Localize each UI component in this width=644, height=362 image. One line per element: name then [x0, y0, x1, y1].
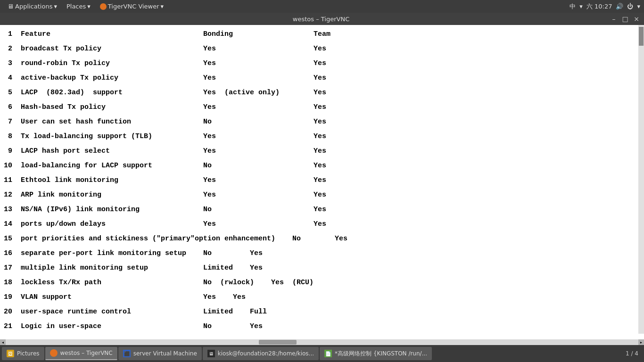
terminal-line-17: 17 multiple link monitoring setup Limite…	[4, 261, 635, 275]
taskbar-label-westos-vnc: westos – TigerVNC	[60, 350, 113, 356]
terminal-line-20: 20 user-space runtime control Limited Fu…	[4, 304, 635, 319]
h-scrollbar-thumb[interactable]	[259, 340, 297, 345]
taskbar-page: 1 / 4	[626, 350, 642, 357]
taskbar-item-server-vm[interactable]: ⬛ server Virtual Machine	[118, 347, 202, 360]
taskbar-item-editor[interactable]: 📄 *高级网络控制 {KINGSTON /run/...	[320, 347, 432, 360]
terminal-line-5: 5 LACP (802.3ad) support Yes (active onl…	[4, 85, 635, 100]
main-window: westos – TigerVNC – □ × 1 Feature Bondin…	[0, 13, 644, 345]
terminal-line-10: 10 load-balancing for LACP support No Ye…	[4, 158, 635, 173]
vnc-arrow: ▾	[161, 3, 164, 10]
language-indicator[interactable]: 中	[570, 2, 576, 11]
scroll-right-button[interactable]: ▸	[638, 339, 644, 345]
terminal-line-14: 14 ports up/down delays Yes Yes	[4, 217, 635, 231]
terminal-line-1: 1 Feature Bonding Team	[4, 27, 635, 41]
places-label: Places	[66, 3, 86, 10]
taskbar-label-server-vm: server Virtual Machine	[133, 350, 197, 357]
taskbar-item-kiosk[interactable]: 🖥 kiosk@foundation28:/home/kios...	[203, 347, 319, 360]
vnc-label: TigerVNC Viewer	[108, 3, 159, 10]
terminal-line-11: 11 Ethtool link monitoring Yes Yes	[4, 173, 635, 188]
pictures-icon: 🖼	[7, 350, 14, 357]
top-bar-right: 中 ▾ 六 10:27 🔊 ⏻ ▾	[570, 2, 640, 11]
taskbar-item-pictures[interactable]: 🖼 Pictures	[2, 347, 44, 360]
terminal-line-19: 19 VLAN support Yes Yes	[4, 290, 635, 304]
terminal-content: 1 Feature Bonding Team 2 broadcast Tx po…	[0, 25, 638, 339]
terminal-line-9: 9 LACP hash port select Yes Yes	[4, 144, 635, 158]
horizontal-scrollbar[interactable]: ◂ ▸	[0, 339, 644, 345]
top-system-bar: 🖥 Applications ▾ Places ▾ TigerVNC Viewe…	[0, 0, 644, 13]
h-scrollbar-track[interactable]	[6, 339, 638, 345]
power-icon[interactable]: ⏻	[627, 3, 633, 10]
maximize-button[interactable]: □	[621, 15, 629, 23]
terminal-line-12: 12 ARP link monitoring Yes Yes	[4, 188, 635, 202]
places-menu[interactable]: Places ▾	[63, 2, 94, 11]
editor-icon: 📄	[324, 350, 332, 357]
window-title: westos – TigerVNC	[32, 16, 610, 23]
terminal-line-16: 16 separate per-port link monitoring set…	[4, 246, 635, 261]
westos-vnc-icon	[50, 349, 58, 357]
server-vm-icon: ⬛	[123, 350, 131, 357]
applications-label: Applications	[15, 3, 52, 10]
taskbar-label-pictures: Pictures	[17, 350, 40, 357]
terminal-line-21: 21 Logic in user-space No Yes	[4, 319, 635, 334]
scrollbar-thumb[interactable]	[639, 27, 644, 46]
terminal-line-6: 6 Hash-based Tx policy Yes Yes	[4, 100, 635, 115]
terminal-line-4: 4 active-backup Tx policy Yes Yes	[4, 71, 635, 85]
applications-arrow: ▾	[54, 3, 57, 10]
window-title-bar: westos – TigerVNC – □ ×	[0, 13, 644, 25]
lang-arrow: ▾	[579, 3, 583, 10]
kiosk-icon: 🖥	[207, 350, 215, 357]
terminal-line-13: 13 NS/NA (IPv6) link monitoring No Yes	[4, 202, 635, 217]
volume-icon[interactable]: 🔊	[616, 3, 623, 10]
power-arrow: ▾	[637, 3, 640, 10]
minimize-button[interactable]: –	[610, 15, 618, 23]
top-bar-left: 🖥 Applications ▾ Places ▾ TigerVNC Viewe…	[4, 2, 167, 11]
time-display: 六 10:27	[586, 2, 612, 11]
taskbar-item-westos-vnc[interactable]: westos – TigerVNC	[45, 347, 117, 360]
close-button[interactable]: ×	[633, 15, 640, 23]
taskbar-label-editor: *高级网络控制 {KINGSTON /run/...	[335, 350, 427, 358]
terminal-line-15: 15 port priorities and stickiness ("prim…	[4, 231, 635, 246]
vnc-icon	[100, 3, 107, 10]
terminal-line-2: 2 broadcast Tx policy Yes Yes	[4, 41, 635, 56]
scroll-left-button[interactable]: ◂	[0, 339, 6, 345]
terminal-line-7: 7 User can set hash function No Yes	[4, 115, 635, 129]
taskbar: 🖼 Pictures westos – TigerVNC ⬛ server Vi…	[0, 345, 644, 362]
terminal-area: 1 Feature Bonding Team 2 broadcast Tx po…	[0, 25, 644, 339]
terminal-line-8: 8 Tx load-balancing support (TLB) Yes Ye…	[4, 129, 635, 144]
applications-icon: 🖥	[8, 3, 14, 10]
vertical-scrollbar[interactable]	[638, 25, 644, 334]
applications-menu[interactable]: 🖥 Applications ▾	[4, 2, 61, 11]
vnc-menu[interactable]: TigerVNC Viewer ▾	[96, 2, 167, 11]
window-controls: – □ ×	[610, 15, 640, 23]
terminal-line-3: 3 round-robin Tx policy Yes Yes	[4, 56, 635, 71]
terminal-line-18: 18 lockless Tx/Rx path No (rwlock) Yes (…	[4, 275, 635, 290]
taskbar-label-kiosk: kiosk@foundation28:/home/kios...	[218, 350, 314, 357]
places-arrow: ▾	[87, 3, 91, 10]
